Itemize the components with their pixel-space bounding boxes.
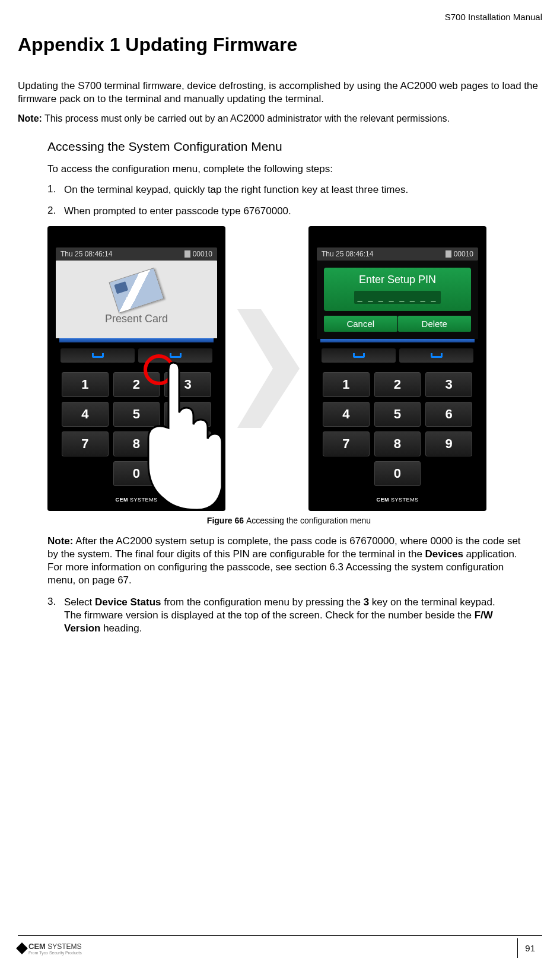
present-card-label: Present Card [105,313,168,325]
pin-box: Enter Setup PIN _ _ _ _ _ _ _ _ [324,268,471,311]
transition-arrow-icon [225,291,308,446]
note-label: Note: [47,535,73,547]
key-7[interactable]: 7 [62,431,109,456]
figure-caption: Figure 66 Accessing the configuration me… [47,516,530,525]
key-3[interactable]: 3 [425,372,472,397]
diamond-icon [16,942,28,954]
step-3: 3. Select Device Status from the configu… [47,596,530,635]
t: from the configuration menu by pressing … [161,596,363,608]
page-footer: CEM SYSTEMS From Tyco Security Products … [18,935,542,958]
brand-light: SYSTEMS [389,497,419,503]
intro-paragraph: Updating the S700 terminal firmware, dev… [18,80,542,106]
terminal-left: Thu 25 08:46:14 00010 Present Card 1 2 3… [47,226,225,511]
step-text: When prompted to enter passcode type 676… [64,205,530,218]
signal-icon [446,250,451,258]
step-intro: To access the configuration menu, comple… [47,163,530,175]
footer-logo: CEM SYSTEMS From Tyco Security Products [18,942,82,955]
key-9[interactable]: 9 [425,431,472,456]
footer-brand-bold: CEM [28,942,46,951]
footer-brand-light: SYSTEMS [47,942,81,951]
terminal-brand: CEM SYSTEMS [317,492,478,503]
key-7[interactable]: 7 [323,431,370,456]
step-text: On the terminal keypad, quickly tap the … [64,183,530,196]
note-label: Note: [18,113,42,123]
figure-66: Thu 25 08:46:14 00010 Present Card 1 2 3… [47,226,530,511]
step-1: 1. On the terminal keypad, quickly tap t… [47,183,530,196]
soft-left[interactable] [61,348,135,363]
pointing-hand-icon [132,357,227,511]
key-4[interactable]: 4 [62,402,109,427]
status-icons: 00010 [184,250,212,258]
status-bar: Thu 25 08:46:14 00010 [56,247,217,261]
present-card-screen: Present Card [56,261,217,338]
delete-button[interactable]: Delete [398,316,472,332]
key-2[interactable]: 2 [374,372,421,397]
figure-text: Accessing the configuration menu [246,516,371,525]
soft-key-row [317,342,478,369]
brand-bold: CEM [115,497,128,503]
page-number: 91 [517,938,542,958]
t: key on the terminal keypad. [369,596,495,608]
pin-button-row: Cancel Delete [324,316,471,332]
step-number: 2. [47,205,64,218]
status-bar: Thu 25 08:46:14 00010 [317,247,478,261]
bracket-icon [92,353,104,358]
soft-left[interactable] [322,348,396,363]
status-id: 00010 [193,250,212,258]
key-1[interactable]: 1 [323,372,370,397]
soft-right[interactable] [399,348,473,363]
step-2: 2. When prompted to enter passcode type … [47,205,530,218]
status-id: 00010 [454,250,473,258]
brand-bold: CEM [376,497,389,503]
signal-icon [184,250,190,258]
card-icon [109,268,164,313]
key-6[interactable]: 6 [425,402,472,427]
devices-bold: Devices [425,548,463,560]
device-status-bold: Device Status [95,596,161,608]
pin-entry-screen: Enter Setup PIN _ _ _ _ _ _ _ _ Cancel D… [317,261,478,339]
pin-title: Enter Setup PIN [329,274,466,286]
svg-marker-0 [237,309,300,428]
key-8[interactable]: 8 [374,431,421,456]
cancel-button[interactable]: Cancel [324,316,397,332]
step-number: 3. [47,596,64,635]
bracket-icon [353,353,365,358]
t: Select [64,596,95,608]
key-4[interactable]: 4 [323,402,370,427]
bracket-icon [431,353,443,358]
status-time: Thu 25 08:46:14 [322,250,373,258]
divider-bar [59,338,214,342]
step-number: 1. [47,183,64,196]
step-text: Select Device Status from the configurat… [64,596,530,635]
key-1[interactable]: 1 [62,372,109,397]
figure-label: Figure 66 [207,516,246,525]
t: The firmware version is displayed at the… [64,610,475,621]
pin-field[interactable]: _ _ _ _ _ _ _ _ [354,291,441,304]
t: heading. [100,623,142,634]
page-title: Appendix 1 Updating Firmware [18,34,542,56]
manual-title: S700 Installation Manual [18,12,542,22]
status-icons: 00010 [446,250,473,258]
key-0[interactable]: 0 [374,461,421,486]
terminal-right: Thu 25 08:46:14 00010 Enter Setup PIN _ … [308,226,486,511]
key-5[interactable]: 5 [374,402,421,427]
footer-subtext: From Tyco Security Products [28,951,82,955]
note-block: Note: After the AC2000 system setup is c… [47,535,530,587]
section-heading: Accessing the System Configuration Menu [47,139,530,154]
note-text: This process must only be carried out by… [42,113,450,123]
keypad: 1 2 3 4 5 6 7 8 9 0 [317,369,478,492]
status-time: Thu 25 08:46:14 [61,250,112,258]
key-3-bold: 3 [364,596,369,608]
top-note: Note: This process must only be carried … [18,113,542,125]
